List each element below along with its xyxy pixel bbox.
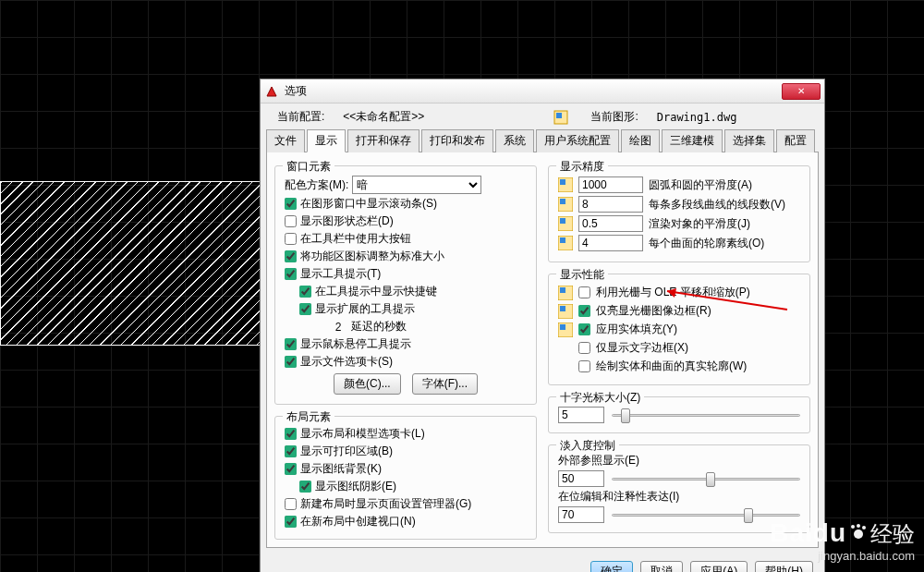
precision-icon <box>558 197 573 212</box>
xref-input[interactable] <box>558 470 604 487</box>
scrollbars-checkbox[interactable] <box>285 198 297 210</box>
tab-files[interactable]: 文件 <box>266 129 305 152</box>
paw-icon <box>849 523 868 542</box>
dialog-buttons: 确定 取消 应用(A) 帮助(H) <box>261 554 824 572</box>
tab-userpref[interactable]: 用户系统配置 <box>536 129 619 152</box>
group-legend: 显示性能 <box>556 267 608 283</box>
window-elements-group: 窗口元素 配色方案(M): 暗 在图形窗口中显示滚动条(S) 显示图形状态栏(D… <box>274 165 537 405</box>
new-layout-mgr-label[interactable]: 新建布局时显示页面设置管理器(G) <box>300 496 471 512</box>
group-legend: 布局元素 <box>283 409 334 425</box>
text-boundary-checkbox[interactable] <box>578 342 590 354</box>
tab-content: 窗口元素 配色方案(M): 暗 在图形窗口中显示滚动条(S) 显示图形状态栏(D… <box>266 152 819 548</box>
delay-value: 2 <box>329 321 347 334</box>
surface-label: 每个曲面的轮廓素线(O) <box>649 236 764 251</box>
close-button[interactable]: ✕ <box>782 83 821 100</box>
file-tabs-label[interactable]: 显示文件选项卡(S) <box>300 354 393 370</box>
titlebar: 选项 ✕ <box>261 79 824 103</box>
segments-input[interactable] <box>578 196 643 213</box>
watermark-url: jingyan.baidu.com <box>770 549 915 563</box>
surface-input[interactable] <box>578 235 643 251</box>
tab-profiles[interactable]: 配置 <box>776 129 815 152</box>
watermark-brand: Baidu <box>770 518 846 547</box>
group-legend: 淡入度控制 <box>556 438 619 454</box>
tab-display[interactable]: 显示 <box>307 129 346 152</box>
header-row: 当前配置: <<未命名配置>> 当前图形: Drawing1.dwg <box>261 103 824 128</box>
raster-ole-label[interactable]: 利用光栅与 OLE 平移和缩放(P) <box>596 285 750 300</box>
printable-label[interactable]: 显示可打印区域(B) <box>300 444 393 459</box>
svg-rect-3 <box>560 179 565 185</box>
tab-selection[interactable]: 选择集 <box>724 129 774 152</box>
extended-tooltips-checkbox[interactable] <box>299 303 311 315</box>
render-smooth-label: 渲染对象的平滑度(J) <box>649 216 750 232</box>
new-layout-mgr-checkbox[interactable] <box>285 498 297 510</box>
display-performance-group: 显示性能 利用光栅与 OLE 平移和缩放(P) 仅亮显光栅图像边框(R) 应用实… <box>548 274 810 385</box>
perf-icon <box>558 304 573 319</box>
statusbar-checkbox[interactable] <box>285 215 297 227</box>
viewport-checkbox[interactable] <box>285 516 297 528</box>
xref-slider[interactable] <box>612 470 800 487</box>
apply-button[interactable]: 应用(A) <box>690 561 748 572</box>
paper-bg-checkbox[interactable] <box>285 463 297 475</box>
paper-bg-label[interactable]: 显示图纸背景(K) <box>300 461 382 477</box>
svg-rect-15 <box>560 324 565 330</box>
hover-tooltips-label[interactable]: 显示鼠标悬停工具提示 <box>300 336 411 352</box>
tooltips-checkbox[interactable] <box>285 268 297 280</box>
tab-system[interactable]: 系统 <box>495 129 534 152</box>
current-drawing-value: Drawing1.dwg <box>657 111 737 124</box>
precision-icon <box>558 177 573 192</box>
color-scheme-select[interactable]: 暗 <box>352 176 481 194</box>
perf-icon <box>558 323 573 337</box>
text-boundary-label[interactable]: 仅显示文字边框(X) <box>596 340 688 356</box>
segments-label: 每条多段线曲线的线段数(V) <box>649 197 785 213</box>
tab-3d[interactable]: 三维建模 <box>662 129 723 152</box>
inplace-input[interactable] <box>558 506 604 523</box>
resize-ribbon-checkbox[interactable] <box>285 250 297 262</box>
tab-opensave[interactable]: 打开和保存 <box>347 129 419 152</box>
layout-tabs-checkbox[interactable] <box>285 428 297 440</box>
xref-label: 外部参照显示(E) <box>558 453 800 469</box>
tab-drafting[interactable]: 绘图 <box>621 129 660 152</box>
highlight-raster-label[interactable]: 仅亮显光栅图像边框(R) <box>596 303 711 319</box>
fonts-button[interactable]: 字体(F)... <box>412 373 478 395</box>
highlight-raster-checkbox[interactable] <box>578 305 590 317</box>
dialog-title: 选项 <box>285 83 782 99</box>
silhouette-checkbox[interactable] <box>578 360 590 372</box>
arc-smooth-input[interactable] <box>578 176 643 193</box>
hatched-rectangle <box>0 181 261 346</box>
svg-rect-5 <box>560 199 565 204</box>
svg-rect-13 <box>560 306 565 311</box>
render-smooth-input[interactable] <box>578 215 643 232</box>
printable-checkbox[interactable] <box>285 445 297 457</box>
paper-shadow-label[interactable]: 显示图纸阴影(E) <box>315 479 396 494</box>
crosshair-slider[interactable] <box>612 407 800 423</box>
shortcut-keys-label[interactable]: 在工具提示中显示快捷键 <box>315 284 437 299</box>
color-scheme-label: 配色方案(M): <box>285 177 348 193</box>
left-column: 窗口元素 配色方案(M): 暗 在图形窗口中显示滚动条(S) 显示图形状态栏(D… <box>274 160 537 540</box>
large-buttons-checkbox[interactable] <box>285 233 297 245</box>
raster-ole-checkbox[interactable] <box>578 286 590 298</box>
watermark: Baidu经验 jingyan.baidu.com <box>770 518 915 563</box>
solid-fill-label[interactable]: 应用实体填充(Y) <box>596 322 677 337</box>
file-tabs-checkbox[interactable] <box>285 356 297 368</box>
cancel-button[interactable]: 取消 <box>640 561 683 572</box>
scrollbars-label[interactable]: 在图形窗口中显示滚动条(S) <box>300 196 437 212</box>
extended-tooltips-label[interactable]: 显示扩展的工具提示 <box>315 301 415 317</box>
shortcut-keys-checkbox[interactable] <box>299 286 311 298</box>
current-drawing-label: 当前图形: <box>590 109 638 125</box>
ok-button[interactable]: 确定 <box>590 561 633 572</box>
large-buttons-label[interactable]: 在工具栏中使用大按钮 <box>300 231 411 247</box>
statusbar-label[interactable]: 显示图形状态栏(D) <box>300 213 394 229</box>
display-precision-group: 显示精度 圆弧和圆的平滑度(A) 每条多段线曲线的线段数(V) 渲染对象的平滑度… <box>548 165 810 262</box>
resize-ribbon-label[interactable]: 将功能区图标调整为标准大小 <box>300 249 444 264</box>
paper-shadow-checkbox[interactable] <box>299 481 311 493</box>
viewport-label[interactable]: 在新布局中创建视口(N) <box>300 514 416 529</box>
hover-tooltips-checkbox[interactable] <box>285 338 297 350</box>
precision-icon <box>558 236 573 250</box>
crosshair-input[interactable] <box>558 407 604 423</box>
silhouette-label[interactable]: 绘制实体和曲面的真实轮廓(W) <box>596 359 747 374</box>
colors-button[interactable]: 颜色(C)... <box>334 373 401 395</box>
layout-tabs-label[interactable]: 显示布局和模型选项卡(L) <box>300 426 425 442</box>
tooltips-label[interactable]: 显示工具提示(T) <box>300 266 381 282</box>
solid-fill-checkbox[interactable] <box>578 323 590 335</box>
tab-plot[interactable]: 打印和发布 <box>421 129 493 152</box>
